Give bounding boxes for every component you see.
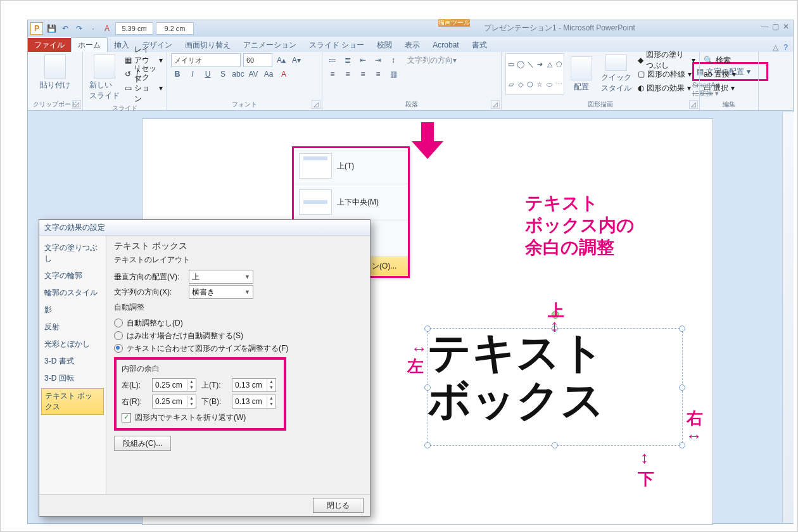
shadow-icon[interactable]: abc [232, 68, 244, 80]
maximize-icon[interactable]: ▢ [772, 22, 779, 31]
shape-effects-button[interactable]: ◐ 図形の効果 ▾ [638, 81, 695, 95]
minimize-ribbon-icon[interactable]: △ [773, 43, 778, 52]
nav-shadow[interactable]: 影 [39, 301, 106, 319]
nav-outline-style[interactable]: 輪郭のスタイル [39, 284, 106, 301]
shape-height-input[interactable]: 5.39 cm [115, 22, 153, 35]
tab-slideshow[interactable]: スライド ショー [303, 38, 370, 52]
numbering-icon[interactable]: ≣ [341, 54, 354, 66]
tab-file[interactable]: ファイル [28, 38, 71, 52]
margin-top-input[interactable]: 0.13 cm▲▼ [232, 378, 276, 392]
bullets-icon[interactable]: ≔ [326, 54, 339, 66]
margin-left-input[interactable]: 0.25 cm▲▼ [152, 378, 196, 392]
textbox-line2: ボックス [428, 376, 682, 424]
resize-handle-se[interactable] [679, 442, 685, 448]
tab-acrobat[interactable]: Acrobat [426, 38, 465, 52]
margin-right-input[interactable]: 0.25 cm▲▼ [152, 395, 196, 408]
font-color-icon[interactable]: A [277, 68, 290, 80]
layout-section-label: テキストのレイアウト [114, 255, 362, 265]
valign-select[interactable]: 上 [189, 270, 253, 284]
vertical-scrollbar[interactable] [782, 112, 794, 523]
group-clipboard-label: クリップボード [32, 99, 79, 110]
arrange-button[interactable]: 配置 [568, 53, 595, 95]
tab-view[interactable]: 表示 [398, 38, 426, 52]
tab-home[interactable]: ホーム [71, 37, 108, 52]
margin-left-label: 左(L): [122, 380, 147, 391]
autofit-none-radio[interactable]: 自動調整なし(D) [114, 317, 362, 329]
resize-handle-s[interactable] [552, 442, 558, 448]
shape-fill-button[interactable]: ◆ 図形の塗りつぶし ▾ [638, 53, 695, 67]
font-color-icon[interactable]: A [101, 23, 113, 34]
autofit-shrink-radio[interactable]: はみ出す場合だけ自動調整する(S) [114, 329, 362, 342]
justify-icon[interactable]: ≡ [372, 68, 384, 80]
new-slide-button[interactable]: 新しい スライド [87, 53, 122, 103]
nav-glow[interactable]: 光彩とぼかし [39, 336, 106, 353]
font-size-combo[interactable]: 60 [243, 53, 272, 67]
resize-handle-nw[interactable] [424, 326, 431, 332]
indent-inc-icon[interactable]: ⇥ [372, 54, 384, 66]
textbox-line1: テキスト [428, 329, 682, 376]
group-clipboard: 貼り付け クリップボード ◿ [28, 52, 83, 110]
save-icon[interactable]: 💾 [46, 23, 57, 34]
dropdown-item-middle[interactable]: 上下中央(M) [294, 184, 408, 220]
columns-icon[interactable]: ▥ [387, 68, 400, 80]
shape-width-input[interactable]: 9.2 cm [156, 22, 194, 35]
char-spacing-icon[interactable]: AV [247, 68, 260, 80]
tab-review[interactable]: 校閲 [370, 38, 398, 52]
close-button[interactable]: 閉じる [313, 498, 364, 513]
strike-icon[interactable]: S [217, 68, 229, 80]
find-button[interactable]: 🔍 検索 [704, 53, 754, 67]
nav-3d-format[interactable]: 3-D 書式 [39, 353, 106, 370]
columns-button[interactable]: 段組み(C)... [114, 436, 171, 451]
tab-insert[interactable]: 挿入 [108, 38, 136, 52]
nav-text-fill[interactable]: 文字の塗りつぶし [39, 239, 106, 267]
italic-icon[interactable]: I [186, 68, 199, 80]
resize-handle-e[interactable] [679, 384, 685, 391]
redo-icon[interactable]: ↷ [73, 23, 85, 34]
grow-font-icon[interactable]: A▴ [275, 54, 288, 66]
align-middle-icon [299, 189, 332, 215]
align-left-icon[interactable]: ≡ [326, 68, 339, 80]
line-spacing-icon[interactable]: ↕ [387, 54, 400, 66]
shapes-gallery[interactable]: ▭◯＼➔△⬠ ▱◇⬡☆⬭⋯ [505, 53, 564, 95]
nav-3d-rotation[interactable]: 3-D 回転 [39, 370, 106, 387]
resize-handle-w[interactable] [424, 384, 431, 391]
font-name-combo[interactable]: メイリオ [171, 53, 241, 67]
tab-format[interactable]: 書式 [466, 38, 493, 52]
dropdown-item-top[interactable]: 上(T) [294, 148, 408, 184]
font-launcher-icon[interactable]: ◿ [312, 100, 320, 109]
margin-bottom-input[interactable]: 0.13 cm▲▼ [232, 395, 276, 408]
clipboard-launcher-icon[interactable]: ◿ [72, 100, 81, 109]
slide-textbox[interactable]: テキスト ボックス [427, 328, 683, 446]
quick-styles-button[interactable]: クイック スタイル [598, 53, 634, 95]
wrap-text-checkbox[interactable]: ✓図形内でテキストを折り返す(W) [122, 412, 279, 423]
align-center-icon[interactable]: ≡ [341, 68, 354, 80]
indent-dec-icon[interactable]: ⇤ [357, 54, 369, 66]
shape-circle-icon: ◯ [517, 60, 524, 68]
nav-reflection[interactable]: 反射 [39, 319, 106, 336]
direction-select[interactable]: 横書き [189, 285, 253, 299]
nav-text-outline[interactable]: 文字の輪郭 [39, 267, 106, 284]
bold-icon[interactable]: B [171, 68, 184, 80]
help-icon[interactable]: ? [783, 43, 788, 52]
text-direction-button[interactable]: 文字列の方向 ▾ [407, 54, 457, 66]
paste-button[interactable]: 貼り付け [32, 53, 79, 92]
replace-button[interactable]: ab 置換 ▾ [704, 67, 754, 81]
shape-line-icon: ＼ [527, 60, 534, 69]
group-drawing-label: 図形描画 [505, 99, 695, 110]
autofit-resize-radio[interactable]: テキストに合わせて図形のサイズを調整する(F) [114, 342, 362, 355]
shrink-font-icon[interactable]: A▾ [290, 54, 303, 66]
undo-icon[interactable]: ↶ [60, 23, 71, 34]
nav-text-box[interactable]: テキスト ボックス [41, 388, 104, 415]
underline-icon[interactable]: U [201, 68, 214, 80]
tab-transitions[interactable]: 画面切り替え [179, 38, 237, 52]
resize-handle-ne[interactable] [679, 326, 685, 332]
paragraph-launcher-icon[interactable]: ◿ [491, 100, 500, 109]
drawing-launcher-icon[interactable]: ◿ [689, 100, 698, 109]
resize-handle-sw[interactable] [424, 442, 431, 448]
align-right-icon[interactable]: ≡ [357, 68, 369, 80]
minimize-icon[interactable]: ― [761, 22, 768, 31]
select-button[interactable]: ▭ 選択 ▾ [704, 81, 754, 95]
tab-animations[interactable]: アニメーション [237, 38, 303, 52]
close-icon[interactable]: ✕ [783, 22, 789, 31]
change-case-icon[interactable]: Aa [262, 68, 275, 80]
